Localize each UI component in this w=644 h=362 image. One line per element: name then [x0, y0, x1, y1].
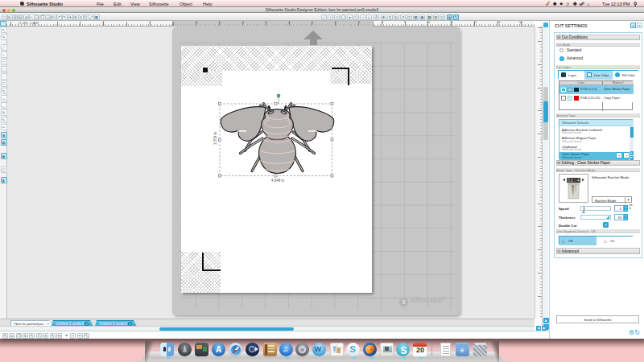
svg-text:3.059 in: 3.059 in: [213, 131, 217, 145]
svg-text:4.648 in: 4.648 in: [271, 179, 285, 183]
